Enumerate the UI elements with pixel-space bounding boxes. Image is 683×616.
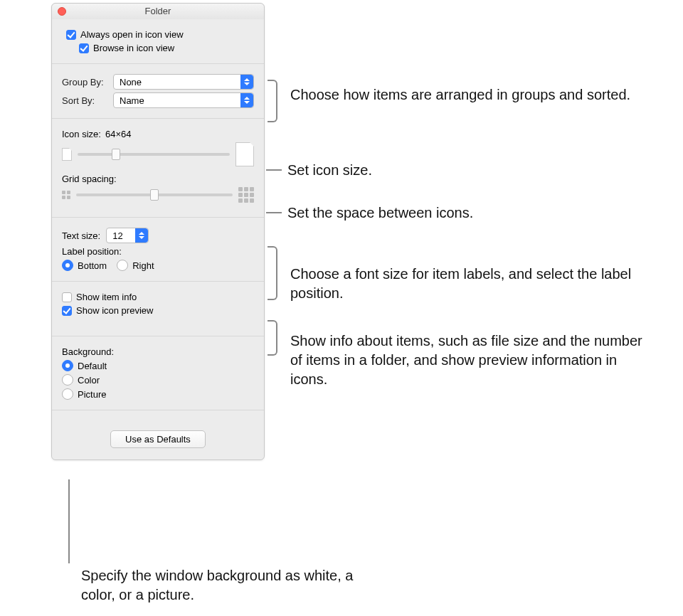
icon-size-label: Icon size: (62, 129, 101, 139)
callout-text: Choose a font size for item labels, and … (290, 265, 632, 303)
icon-size-value: 64×64 (105, 129, 132, 139)
chevron-updown-icon (135, 228, 148, 243)
label-position-bottom-radio[interactable] (62, 260, 73, 271)
section-arrange: Group By: None Sort By: Name (52, 64, 264, 119)
text-size-label: Text size: (62, 230, 100, 241)
window-title: Folder (52, 6, 264, 16)
label-position-bottom-label: Bottom (78, 260, 107, 271)
group-by-label: Group By: (62, 77, 113, 87)
label-position-right-label: Right (132, 260, 154, 271)
text-size-select[interactable]: 12 (106, 228, 149, 243)
grid-wide-icon (238, 187, 254, 203)
background-default-radio[interactable] (62, 360, 73, 371)
view-options-panel: Folder Always open in icon view Browse i… (51, 3, 265, 460)
background-color-label: Color (78, 375, 100, 386)
chevron-updown-icon (240, 75, 253, 89)
show-icon-preview-label: Show icon preview (76, 305, 153, 316)
text-size-value: 12 (112, 230, 122, 241)
callout-leader (266, 212, 282, 213)
group-by-select[interactable]: None (113, 74, 254, 90)
section-info: Show item info Show icon preview (52, 282, 264, 336)
grid-tight-icon (62, 191, 70, 199)
group-by-value: None (120, 77, 142, 87)
background-default-label: Default (78, 361, 107, 371)
slider-thumb[interactable] (150, 189, 159, 201)
show-item-info-checkbox[interactable] (62, 292, 72, 302)
browse-checkbox[interactable] (79, 43, 89, 53)
show-item-info-label: Show item info (76, 292, 137, 302)
always-open-label: Always open in icon view (80, 29, 184, 40)
callout-leader (266, 169, 282, 171)
callout-grid-spacing: Set the space between icons. (287, 203, 572, 223)
document-small-icon (62, 148, 72, 161)
callout-arrange: Choose how items are arranged in groups … (290, 85, 632, 105)
section-icon: Icon size: 64×64 Grid spacing: (52, 119, 264, 218)
background-picture-radio[interactable] (62, 388, 73, 400)
callout-info: Show info about items, such as file size… (290, 331, 646, 389)
show-icon-preview-checkbox[interactable] (62, 306, 72, 316)
titlebar[interactable]: Folder (52, 4, 264, 19)
always-open-checkbox[interactable] (66, 30, 76, 40)
icon-size-slider[interactable] (78, 153, 230, 156)
footer: Use as Defaults (52, 410, 264, 460)
callout-icon-size: Set icon size. (287, 161, 572, 180)
chevron-updown-icon (240, 93, 253, 107)
slider-thumb[interactable] (112, 149, 120, 160)
background-color-radio[interactable] (62, 374, 73, 386)
background-heading: Background: (62, 346, 114, 357)
sort-by-value: Name (120, 95, 144, 106)
label-position-right-radio[interactable] (117, 260, 128, 271)
callout-background: Specify the window background as white, … (81, 566, 387, 605)
label-position-label: Label position: (62, 246, 122, 257)
document-large-icon (235, 142, 254, 166)
browse-label: Browse in icon view (93, 43, 174, 53)
sort-by-label: Sort By: (62, 95, 113, 106)
callout-leader (68, 479, 70, 563)
use-as-defaults-button[interactable]: Use as Defaults (110, 430, 206, 448)
section-text: Text size: 12 Label position: Bottom Rig… (52, 218, 264, 282)
section-background: Background: Default Color Picture (52, 336, 264, 410)
callout-bracket (268, 246, 277, 300)
background-picture-label: Picture (78, 389, 106, 400)
section-view-mode: Always open in icon view Browse in icon … (52, 19, 264, 64)
callout-bracket (268, 320, 277, 356)
grid-spacing-label: Grid spacing: (62, 174, 117, 184)
callout-bracket (268, 80, 277, 122)
sort-by-select[interactable]: Name (113, 92, 254, 108)
grid-spacing-slider[interactable] (76, 193, 233, 196)
